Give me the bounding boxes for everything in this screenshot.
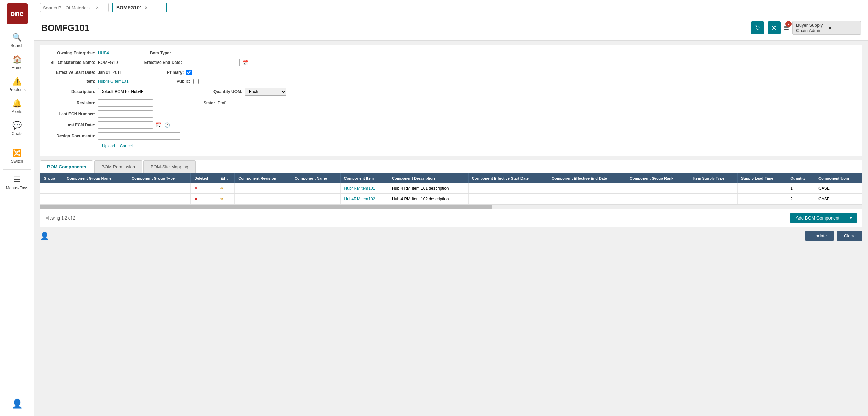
sidebar-item-search[interactable]: 🔍 Search <box>0 30 34 52</box>
form-row-4: Item: Hub4FGItem101 Public: <box>47 79 855 84</box>
bom-name-field: Bill Of Materials Name: BOMFG101 <box>47 60 120 65</box>
primary-checkbox[interactable] <box>186 70 192 75</box>
cancel-button[interactable]: Cancel <box>120 144 133 148</box>
description-input[interactable] <box>98 88 180 95</box>
scrollbar-thumb <box>40 205 492 209</box>
refresh-button[interactable]: ↻ <box>751 21 764 34</box>
last-ecn-clock-icon[interactable]: 🕐 <box>164 122 170 128</box>
col-component-description: Component Description <box>388 173 469 183</box>
person-icon[interactable]: 👤 <box>40 232 49 240</box>
upload-button[interactable]: Upload <box>102 144 115 148</box>
cell-supply-lead-time <box>737 194 787 204</box>
effective-start-field: Effective Start Date: Jan 01, 2011 <box>47 70 122 75</box>
sidebar-item-menus[interactable]: ☰ Menus/Favs <box>0 172 34 194</box>
cell-edit[interactable]: ✏ <box>217 194 235 204</box>
last-ecn-date-label: Last ECN Date: <box>47 123 95 127</box>
effective-end-input[interactable] <box>185 59 240 66</box>
col-component-item: Component Item <box>340 173 388 183</box>
user-profile-button[interactable]: 👤 <box>12 395 23 413</box>
col-component-uom: Component Uom <box>815 173 862 183</box>
viewing-text: Viewing 1-2 of 2 <box>46 216 75 221</box>
public-checkbox[interactable] <box>193 79 199 84</box>
logo[interactable]: one <box>7 3 28 24</box>
col-comp-eff-end: Component Effective End Date <box>548 173 626 183</box>
cell-component-uom: CASE <box>815 183 862 194</box>
tab-bom-components[interactable]: BOM Components <box>40 160 93 173</box>
cell-component-revision <box>235 183 291 194</box>
sidebar-item-chats[interactable]: 💬 Chats <box>0 117 34 139</box>
bom-name-value: BOMFG101 <box>98 60 120 65</box>
close-button[interactable]: ✕ <box>768 21 781 34</box>
dropdown-arrow-icon: ▼ <box>828 25 857 31</box>
item-value[interactable]: Hub4FGItem101 <box>98 79 129 84</box>
cell-component-item-link[interactable]: Hub4RMItem102 <box>344 196 375 201</box>
user-dropdown[interactable]: Buyer Supply Chain Admin ▼ <box>792 21 861 35</box>
form-area: Owning Enterprise: HUB4 Bom Type: Bill O… <box>40 45 862 156</box>
col-component-group-name: Component Group Name <box>63 173 128 183</box>
cell-comp-eff-start <box>468 194 548 204</box>
search-clear-button[interactable]: × <box>96 5 99 10</box>
col-component-group-type: Component Group Type <box>128 173 191 183</box>
table-header-row: Group Component Group Name Component Gro… <box>40 173 862 183</box>
alerts-icon: 🔔 <box>12 99 22 108</box>
scroll-area[interactable]: Group Component Group Name Component Gro… <box>40 173 862 204</box>
cell-supply-lead-time <box>737 183 787 194</box>
search-bom-input[interactable] <box>43 5 95 10</box>
cell-component-group-type <box>128 194 191 204</box>
cell-deleted[interactable]: ✕ <box>191 194 217 204</box>
col-item-supply-type: Item Supply Type <box>690 173 737 183</box>
bom-table: Group Component Group Name Component Gro… <box>40 173 862 204</box>
tab-bom-permission[interactable]: BOM Permission <box>94 160 142 173</box>
sidebar-bottom: 👤 <box>12 395 23 416</box>
form-row-8: Last ECN Date: 📅 🕐 <box>47 121 855 129</box>
update-button[interactable]: Update <box>805 231 834 241</box>
add-bom-dropdown-button[interactable]: ▼ <box>845 213 857 223</box>
switch-icon: 🔀 <box>12 149 22 158</box>
col-supply-lead-time: Supply Lead Time <box>737 173 787 183</box>
owning-enterprise-value[interactable]: HUB4 <box>98 50 109 55</box>
add-bom-group: Add BOM Component ▼ <box>790 213 857 223</box>
last-ecn-date-input[interactable] <box>98 121 153 129</box>
nav-divider2 <box>3 169 31 170</box>
tab-bom-site-mapping[interactable]: BOM-Site Mapping <box>143 160 196 173</box>
sidebar-item-home[interactable]: 🏠 Home <box>0 52 34 74</box>
search-bom-box: × <box>40 3 109 12</box>
last-ecn-calendar-icon[interactable]: 📅 <box>156 122 162 128</box>
tabs-bar: BOM Components BOM Permission BOM-Site M… <box>40 160 862 173</box>
revision-input[interactable] <box>98 99 153 107</box>
page-header: BOMFG101 ↻ ✕ ≡ ★ Buyer Supply Chain Admi… <box>34 15 868 41</box>
menus-icon: ☰ <box>14 175 21 184</box>
effective-end-calendar-icon[interactable]: 📅 <box>242 60 248 65</box>
cell-component-revision <box>235 194 291 204</box>
header-actions: ↻ ✕ ≡ ★ Buyer Supply Chain Admin ▼ <box>751 21 861 35</box>
quantity-uom-select[interactable]: Each <box>245 88 286 96</box>
cell-group <box>40 183 63 194</box>
primary-field: Primary: <box>135 70 192 75</box>
cell-component-name <box>291 183 340 194</box>
last-ecn-number-label: Last ECN Number: <box>47 112 95 116</box>
clone-button[interactable]: Clone <box>837 231 862 241</box>
owning-enterprise-field: Owning Enterprise: HUB4 <box>47 50 109 55</box>
horizontal-scrollbar[interactable] <box>40 205 862 209</box>
menu-button[interactable]: ≡ ★ <box>784 23 789 33</box>
item-label: Item: <box>47 79 95 84</box>
form-row-7: Last ECN Number: <box>47 110 855 118</box>
sidebar-item-switch[interactable]: 🔀 Switch <box>0 145 34 167</box>
sidebar-item-alerts[interactable]: 🔔 Alerts <box>0 95 34 117</box>
add-bom-component-button[interactable]: Add BOM Component <box>790 213 845 223</box>
last-ecn-number-input[interactable] <box>98 110 153 118</box>
sidebar-item-problems[interactable]: ⚠️ Problems <box>0 74 34 95</box>
design-docs-field: Design Documents: <box>47 132 180 140</box>
table-section: Group Component Group Name Component Gro… <box>40 173 862 205</box>
cell-component-item-link[interactable]: Hub4RMItem101 <box>344 186 375 191</box>
col-deleted: Deleted <box>191 173 217 183</box>
design-docs-input[interactable] <box>98 132 180 140</box>
cell-component-group-type <box>128 183 191 194</box>
refresh-icon: ↻ <box>755 24 760 32</box>
cell-comp-eff-end <box>548 183 626 194</box>
cell-group <box>40 194 63 204</box>
cell-comp-eff-end <box>548 194 626 204</box>
cell-deleted[interactable]: ✕ <box>191 183 217 194</box>
cell-edit[interactable]: ✏ <box>217 183 235 194</box>
bom-tag-close-button[interactable]: × <box>145 5 147 10</box>
